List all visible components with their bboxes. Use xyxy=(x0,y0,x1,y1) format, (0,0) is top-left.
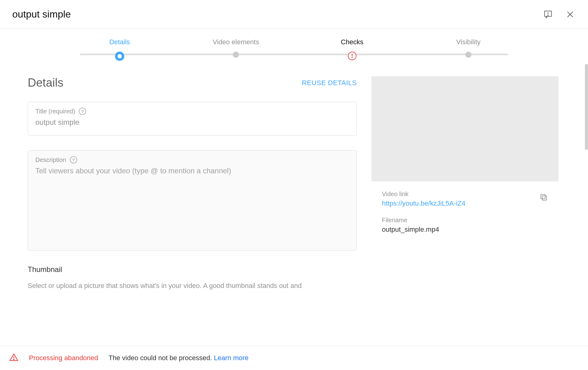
description-label: Description xyxy=(35,156,66,163)
video-info-panel: Video link https://youtu.be/kzJiL5A-iZ4 … xyxy=(371,181,558,243)
thumbnail-heading: Thumbnail xyxy=(28,265,357,274)
step-indicator-error: ! xyxy=(348,52,356,60)
feedback-icon[interactable] xyxy=(542,9,554,20)
video-link-block: Video link https://youtu.be/kzJiL5A-iZ4 xyxy=(382,191,465,207)
dialog-title: output simple xyxy=(12,9,71,20)
filename-value: output_simple.mp4 xyxy=(382,226,548,234)
header-actions xyxy=(542,9,576,20)
footer-bar: Processing abandoned The video could not… xyxy=(0,346,588,370)
video-link-label: Video link xyxy=(382,191,465,198)
close-icon[interactable] xyxy=(565,9,576,20)
content-area: Details REUSE DETAILS Title (required) ?… xyxy=(0,64,588,354)
filename-label: Filename xyxy=(382,217,548,224)
scrollbar[interactable] xyxy=(585,64,588,150)
svg-rect-5 xyxy=(542,196,546,200)
step-indicator-active xyxy=(115,52,124,61)
upload-stepper: Details Video elements Checks ! Visibili… xyxy=(0,29,588,64)
description-field[interactable]: Description ? Tell viewers about your vi… xyxy=(28,150,357,250)
learn-more-link[interactable]: Learn more xyxy=(214,354,249,362)
svg-point-8 xyxy=(14,359,14,360)
video-preview xyxy=(371,76,558,181)
svg-rect-6 xyxy=(541,195,545,199)
step-visibility[interactable]: Visibility xyxy=(410,38,526,58)
main-column: Details REUSE DETAILS Title (required) ?… xyxy=(28,76,357,354)
section-heading: Details xyxy=(28,76,63,89)
step-video-elements[interactable]: Video elements xyxy=(178,38,294,58)
step-indicator xyxy=(233,52,239,58)
title-label: Title (required) xyxy=(35,108,75,115)
side-column: Video link https://youtu.be/kzJiL5A-iZ4 … xyxy=(371,76,558,354)
copy-icon[interactable] xyxy=(539,193,548,203)
reuse-details-button[interactable]: REUSE DETAILS xyxy=(302,79,357,87)
video-link[interactable]: https://youtu.be/kzJiL5A-iZ4 xyxy=(382,199,465,207)
thumbnail-description: Select or upload a picture that shows wh… xyxy=(28,281,357,291)
title-input[interactable]: output simple xyxy=(35,118,349,127)
title-field[interactable]: Title (required) ? output simple xyxy=(28,102,357,136)
step-label: Video elements xyxy=(213,38,259,46)
step-details[interactable]: Details xyxy=(62,38,178,61)
video-link-row: Video link https://youtu.be/kzJiL5A-iZ4 xyxy=(382,191,548,207)
svg-point-2 xyxy=(548,15,548,15)
help-icon[interactable]: ? xyxy=(79,108,86,115)
dialog-header: output simple xyxy=(0,0,588,29)
filename-row: Filename output_simple.mp4 xyxy=(382,217,548,234)
description-placeholder: Tell viewers about your video (type @ to… xyxy=(35,167,349,175)
processing-message-text: The video could not be processed. xyxy=(109,354,214,362)
step-checks[interactable]: Checks ! xyxy=(294,38,410,60)
step-label: Checks xyxy=(341,38,363,46)
processing-message: The video could not be processed. Learn … xyxy=(109,354,248,362)
step-indicator xyxy=(465,52,471,58)
details-header-row: Details REUSE DETAILS xyxy=(28,76,357,89)
help-icon[interactable]: ? xyxy=(70,156,77,163)
warning-icon xyxy=(9,353,18,363)
title-label-row: Title (required) ? xyxy=(35,108,349,115)
description-label-row: Description ? xyxy=(35,156,349,163)
step-label: Details xyxy=(109,38,130,46)
step-label: Visibility xyxy=(456,38,480,46)
processing-status: Processing abandoned xyxy=(29,354,98,362)
